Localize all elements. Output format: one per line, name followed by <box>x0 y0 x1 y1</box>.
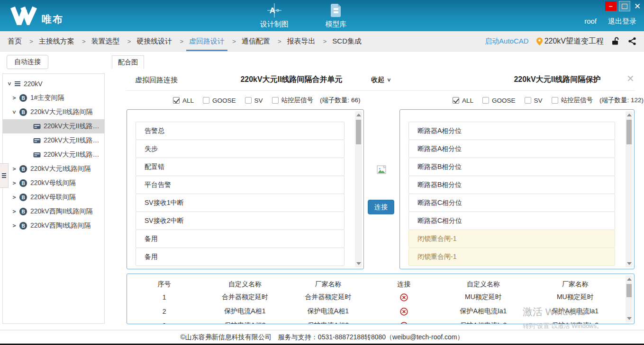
signal-label: 断路器C相分位 <box>417 199 462 206</box>
chevron-right-icon[interactable]: > <box>11 208 17 215</box>
filter-checkbox[interactable]: GOOSE <box>203 97 236 104</box>
breadcrumb-item[interactable]: 装置选型 <box>91 31 121 51</box>
signal-item[interactable]: 告警总 <box>136 122 345 140</box>
signal-item[interactable]: 闭锁重合闸-1 <box>408 230 615 248</box>
tab-coordination-diagram[interactable]: 配合图 <box>112 55 144 69</box>
maximize-button[interactable] <box>619 1 630 11</box>
tree-item[interactable]: > 220kV <box>3 77 104 91</box>
chevron-down-icon[interactable]: > <box>6 81 13 87</box>
scroll-down-icon[interactable] <box>356 262 361 265</box>
scrollbar[interactable] <box>626 111 633 267</box>
breadcrumb-item[interactable]: SCD集成 <box>331 31 363 51</box>
tree-item[interactable]: > B 220kV母线间隔 <box>3 176 104 190</box>
scroll-down-icon[interactable] <box>627 262 632 265</box>
disconnected-icon[interactable] <box>400 322 408 325</box>
checkbox-icon[interactable] <box>552 97 558 104</box>
signal-item[interactable]: 配置错 <box>136 158 345 176</box>
tree-item[interactable]: > B 220kV母联间隔 <box>3 190 104 204</box>
checkbox-icon[interactable] <box>525 97 531 104</box>
signal-item[interactable]: 断路器B相分位 <box>408 158 615 176</box>
close-panel-icon[interactable]: ✕ <box>626 73 635 84</box>
breadcrumb-item[interactable]: 通信配置 <box>241 31 271 51</box>
checkbox-icon[interactable] <box>482 97 489 104</box>
checkbox-icon[interactable] <box>203 97 209 104</box>
scroll-up-icon[interactable] <box>356 114 361 116</box>
column-header: 自定义名称 <box>440 280 526 289</box>
username[interactable]: roof <box>584 17 597 26</box>
signal-item[interactable]: SV接收1中断 <box>136 194 345 212</box>
signal-item[interactable]: SV接收2中断 <box>136 212 345 230</box>
tree-item[interactable]: > B 220kV西陶I线路间隔 <box>3 219 104 233</box>
disconnected-icon[interactable] <box>400 308 408 316</box>
filter-checkbox[interactable]: 站控层信号 <box>272 96 314 105</box>
chevron-right-icon[interactable]: > <box>11 222 17 229</box>
project-selector[interactable]: 220kV望道变工程 <box>536 36 604 46</box>
chevron-right-icon[interactable]: > <box>11 95 17 101</box>
signal-item[interactable]: 断路器A相分位 <box>408 122 615 140</box>
scroll-thumb[interactable] <box>626 120 632 144</box>
scroll-up-icon[interactable] <box>627 278 632 281</box>
filter-checkbox[interactable]: GOOSE <box>482 97 516 104</box>
close-window-button[interactable]: ✕ <box>633 1 642 11</box>
launch-autocad-link[interactable]: 启动AutoCAD <box>485 37 529 46</box>
logout-link[interactable]: 退出登录 <box>608 17 636 26</box>
checkbox-icon[interactable] <box>173 97 180 104</box>
chevron-right-icon[interactable]: > <box>11 194 17 201</box>
scrollbar[interactable] <box>355 111 362 267</box>
signal-item[interactable]: 断路器C相分位 <box>408 194 615 212</box>
tree-item[interactable]: 220kV大元II线路间隔保... <box>3 119 104 133</box>
filter-checkbox[interactable]: ALL <box>173 97 194 104</box>
signal-item[interactable]: 备用 <box>136 248 345 266</box>
signal-item[interactable]: 备用 <box>136 230 345 248</box>
cell-custom-name-left: 保护电流A相2 <box>201 321 288 324</box>
signal-item[interactable]: 断路器B相分位 <box>408 176 615 194</box>
sidebar-collapse-handle[interactable] <box>0 163 9 188</box>
checkbox-icon[interactable] <box>272 97 279 104</box>
scroll-up-icon[interactable] <box>627 114 632 116</box>
filter-checkbox[interactable]: SV <box>525 97 543 104</box>
tree-item[interactable]: 220kV大元II线路间隔合... <box>3 148 104 162</box>
signal-item[interactable]: 闭锁重合闸-1 <box>408 248 615 266</box>
disconnected-icon[interactable] <box>400 293 408 301</box>
breadcrumb-item[interactable]: 首页 <box>7 31 23 51</box>
minimize-button[interactable]: – <box>605 1 617 11</box>
breadcrumb-item[interactable]: 报表导出 <box>286 31 317 51</box>
scroll-thumb[interactable] <box>356 120 361 144</box>
svg-text:A: A <box>270 6 275 15</box>
chevron-right-icon[interactable]: > <box>11 180 17 186</box>
tree-item[interactable]: 220kV大元II线路间隔智... <box>3 133 104 148</box>
unlock-button[interactable] <box>611 37 620 45</box>
nav-item-model-library[interactable]: 模型库 <box>316 2 356 29</box>
signal-item[interactable]: 断路器A相分位 <box>408 140 615 158</box>
breadcrumb-item[interactable]: 虚回路设计 <box>188 31 226 51</box>
scroll-thumb[interactable] <box>626 284 632 297</box>
breadcrumb-separator: > <box>29 38 33 45</box>
chevron-down-icon[interactable]: > <box>11 109 18 115</box>
tree-item[interactable]: > B 220kV西陶II线路间隔 <box>3 204 104 219</box>
signal-item[interactable]: 平台告警 <box>136 176 345 194</box>
signal-item[interactable]: 失步 <box>136 140 345 158</box>
scroll-down-icon[interactable] <box>627 317 632 320</box>
tree-item[interactable]: > B 220kV大元I线路间隔 <box>3 162 104 176</box>
filter-checkbox[interactable]: SV <box>245 97 263 104</box>
auto-connect-button[interactable]: 自动连接 <box>7 55 48 69</box>
nav-item-design-drawing[interactable]: A 设计制图 <box>254 2 294 29</box>
checkbox-icon[interactable] <box>453 97 459 104</box>
signal-item[interactable]: 断路器C相分位 <box>408 212 615 230</box>
chevron-right-icon[interactable]: > <box>11 166 17 172</box>
checkbox-icon[interactable] <box>245 97 252 104</box>
breadcrumb-actions: 启动AutoCAD 220kV望道变工程 <box>485 31 636 51</box>
tree-item[interactable]: > B 220kV大元II线路间隔 <box>3 105 104 119</box>
filter-checkbox[interactable]: ALL <box>453 97 473 104</box>
collapse-toggle[interactable]: 收起 > <box>371 76 390 84</box>
filter-label: SV <box>534 97 543 104</box>
signal-label: 断路器A相分位 <box>417 145 462 152</box>
scrollbar[interactable] <box>626 275 633 322</box>
connect-button[interactable]: 连接 <box>368 200 394 214</box>
breadcrumb-item[interactable]: 主接线方案 <box>38 31 75 51</box>
share-button[interactable] <box>628 37 636 45</box>
tree-item-label: 220kV母线间隔 <box>30 179 76 187</box>
breadcrumb-item[interactable]: 硬接线设计 <box>136 31 173 51</box>
filter-checkbox[interactable]: 站控层信号 <box>552 96 593 105</box>
tree-item[interactable]: > B 1#主变间隔 <box>3 91 104 105</box>
